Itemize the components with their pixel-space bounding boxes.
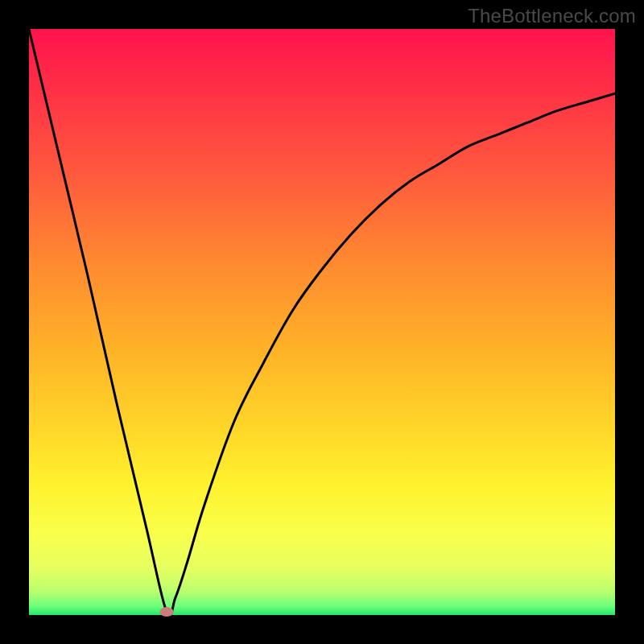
bottleneck-curve xyxy=(29,29,615,615)
plot-area xyxy=(29,29,615,615)
minimum-marker xyxy=(160,607,174,617)
chart-frame: TheBottleneck.com xyxy=(0,0,644,644)
attribution-watermark: TheBottleneck.com xyxy=(468,5,636,27)
